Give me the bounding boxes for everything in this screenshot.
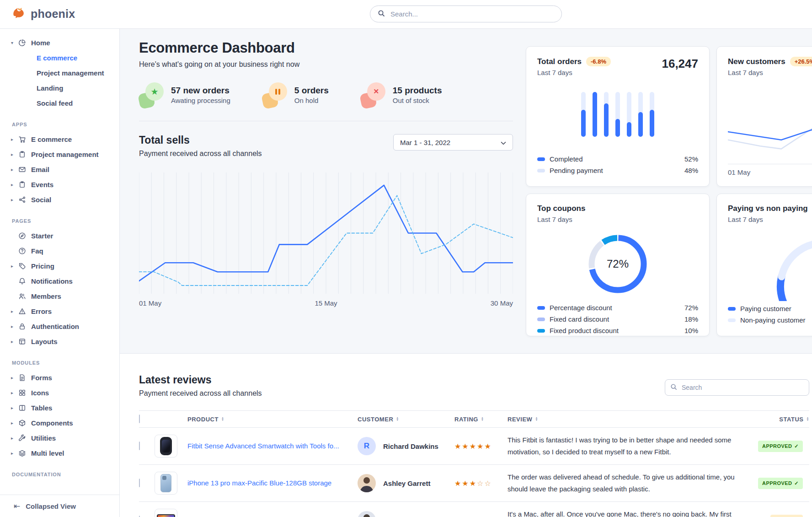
top-coupons-card: Top coupons Last 7 days 72% Percentage d… xyxy=(526,194,710,336)
lock-icon xyxy=(18,323,31,330)
stat-new-orders: ★ 57 new orders Awating processing xyxy=(139,81,230,108)
caret-right-icon: ▸ xyxy=(11,264,18,269)
reviews-title: Latest reviews xyxy=(139,374,262,386)
layout-icon xyxy=(18,338,31,345)
customer-name: Ashley Garrett xyxy=(383,479,430,487)
check-icon: ✓ xyxy=(794,443,799,449)
logo[interactable]: phoenix xyxy=(12,6,75,22)
review-text: The order was delivered ahead of schedul… xyxy=(508,471,755,495)
sort-icon: ▲▼ xyxy=(221,417,224,421)
review-text: It's a Mac, after all. Once you've gone … xyxy=(508,508,755,517)
sidebar-item-landing[interactable]: Landing xyxy=(11,81,119,96)
box-icon xyxy=(18,419,31,427)
sidebar-item-project-management[interactable]: Project management xyxy=(11,65,119,81)
sidebar-item-email[interactable]: ▸Email xyxy=(11,162,119,177)
page-title: Ecommerce Dashboard xyxy=(139,40,513,56)
product-link[interactable]: iPhone 13 pro max-Pacific Blue-128GB sto… xyxy=(187,479,342,487)
sidebar-item-icons[interactable]: ▸Icons xyxy=(11,385,119,400)
customer-name: Richard Dawkins xyxy=(383,442,438,450)
sidebar-item-home[interactable]: ▾ Home xyxy=(11,35,119,50)
caret-right-icon: ▸ xyxy=(11,375,18,380)
sidebar-item-authentication[interactable]: ▸Authentication xyxy=(11,319,119,334)
coupons-donut-chart: 72% xyxy=(584,231,651,297)
divider xyxy=(139,121,513,121)
dashboard-mid-column: Total orders -6.8% Last 7 days 16,247 Co… xyxy=(526,46,710,336)
search-input[interactable] xyxy=(390,10,554,18)
caret-right-icon: ▸ xyxy=(11,390,18,395)
column-rating[interactable]: RATING▲▼ xyxy=(454,416,508,423)
caret-right-icon: ▸ xyxy=(11,339,18,344)
date-range-select[interactable]: Mar 1 - 31, 2022 xyxy=(393,134,513,151)
column-review[interactable]: REVIEW▲▼ xyxy=(508,416,755,423)
pause-icon xyxy=(262,81,287,108)
total-sells-header: Total sells Payment received across all … xyxy=(139,134,513,158)
sidebar-item-forms[interactable]: ▸Forms xyxy=(11,370,119,385)
star-icon: ★ xyxy=(139,81,164,108)
x-axis-labels: 01 May 15 May 30 May xyxy=(139,299,513,307)
column-product[interactable]: PRODUCT▲▼ xyxy=(187,416,358,423)
row-checkbox[interactable] xyxy=(139,479,140,487)
sidebar-item-starter[interactable]: Starter xyxy=(11,228,119,243)
caret-down-icon: ▾ xyxy=(11,40,18,45)
sidebar-item-pricing[interactable]: ▸Pricing xyxy=(11,258,119,274)
product-image xyxy=(155,435,177,458)
reviews-search[interactable] xyxy=(665,379,809,396)
orders-bar-chart xyxy=(537,92,698,137)
sidebar-item-social-feed[interactable]: Social feed xyxy=(11,96,119,111)
dashboard-left-column: Ecommerce Dashboard Here's what's going … xyxy=(139,40,513,307)
layers-icon xyxy=(18,449,31,457)
avatar xyxy=(358,511,376,517)
avatar xyxy=(358,474,376,492)
sidebar-item-errors[interactable]: ▸Errors xyxy=(11,304,119,319)
trend-badge: -6.8% xyxy=(586,57,611,66)
stat-orders-on-hold: 5 orders On hold xyxy=(262,81,329,108)
sidebar-item-components[interactable]: ▸Components xyxy=(11,415,119,431)
sidebar-nav: ▾ Home E commerce Project management Lan… xyxy=(0,35,119,494)
page-subtitle: Here's what's going on at your business … xyxy=(139,60,513,69)
sidebar-item-notifications[interactable]: Notifications xyxy=(11,274,119,289)
total-sells-title: Total sells xyxy=(139,134,262,146)
global-search[interactable] xyxy=(370,5,562,22)
row-checkbox[interactable] xyxy=(139,442,140,450)
sidebar-item-project-management[interactable]: ▸Project management xyxy=(11,147,119,162)
sidebar-section-label: APPS xyxy=(12,122,119,127)
sidebar-item-events[interactable]: ▸Events xyxy=(11,177,119,192)
reviews-table: PRODUCT▲▼ CUSTOMER▲▼ RATING▲▼ REVIEW▲▼ S… xyxy=(139,410,809,517)
clipboard-icon xyxy=(18,181,31,188)
sidebar-section-label: DOCUMENTATION xyxy=(12,472,119,477)
caret-right-icon: ▸ xyxy=(11,137,18,142)
search-icon xyxy=(378,10,385,19)
sidebar-item-members[interactable]: Members xyxy=(11,289,119,304)
sidebar-item-utilities[interactable]: ▸Utilities xyxy=(11,431,119,446)
collapse-sidebar-button[interactable]: ⇤ Collapsed View xyxy=(0,495,119,517)
orders-legend: Completed52% Pending payment48% xyxy=(537,153,698,176)
paying-vs-nonpaying-card: Paying vs non paying Last 7 days Paying … xyxy=(716,194,812,336)
sidebar-item-label: Home xyxy=(31,39,50,47)
collapse-left-icon: ⇤ xyxy=(14,501,20,511)
product-link[interactable]: Fitbit Sense Advanced Smartwatch with To… xyxy=(187,442,350,450)
file-icon xyxy=(18,374,31,382)
pie-chart-icon xyxy=(18,39,31,47)
column-customer[interactable]: CUSTOMER▲▼ xyxy=(358,416,454,423)
dashboard-hero: Ecommerce Dashboard Here's what's going … xyxy=(120,29,812,354)
status-badge: PENDING xyxy=(770,515,803,517)
status-badge: APPROVED ✓ xyxy=(758,441,803,452)
total-orders-card: Total orders -6.8% Last 7 days 16,247 Co… xyxy=(526,46,710,187)
sidebar-item-tables[interactable]: ▸Tables xyxy=(11,400,119,415)
topbar: phoenix xyxy=(0,0,812,28)
tag-icon xyxy=(18,262,31,270)
sidebar-item-layouts[interactable]: ▸Layouts xyxy=(11,334,119,349)
wrench-icon xyxy=(18,434,31,442)
sidebar-item-e-commerce[interactable]: E commerce xyxy=(11,50,119,65)
sidebar-item-faq[interactable]: Faq xyxy=(11,243,119,258)
select-all-checkbox[interactable] xyxy=(139,415,140,423)
donut-center-value: 72% xyxy=(584,231,651,297)
reviews-search-input[interactable] xyxy=(665,379,809,396)
sidebar-item-social[interactable]: ▸Social xyxy=(11,192,119,207)
reviews-subtitle: Payment received across all channels xyxy=(139,389,262,398)
sidebar-section-label: MODULES xyxy=(12,360,119,366)
column-status[interactable]: STATUS▲▼ xyxy=(779,416,809,423)
logo-text: phoenix xyxy=(31,7,75,21)
sidebar-item-multi-level[interactable]: ▸Multi level xyxy=(11,446,119,461)
sidebar-item-e-commerce[interactable]: ▸E commerce xyxy=(11,132,119,147)
